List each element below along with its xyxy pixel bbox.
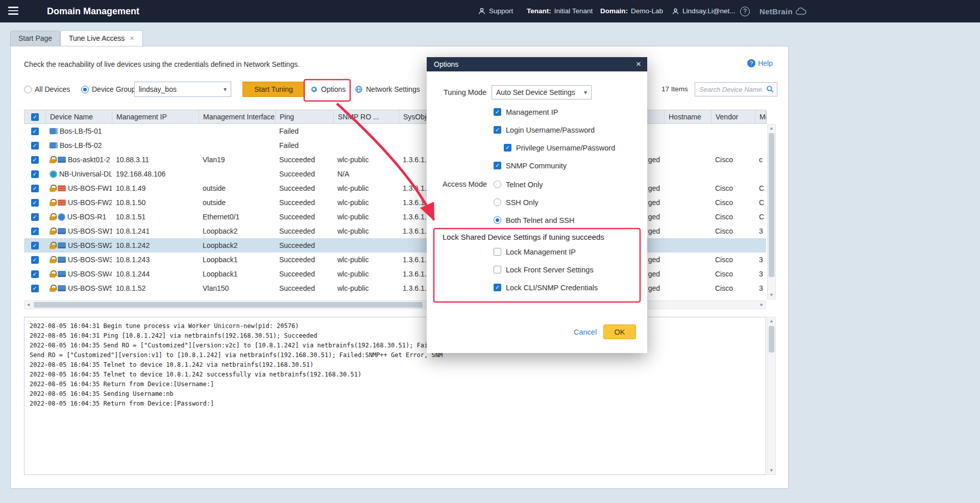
search-icon[interactable] bbox=[766, 85, 774, 93]
table-row[interactable]: ✓Bos-askt01-210.88.3.11Vlan19Succeededwl… bbox=[24, 153, 766, 167]
cancel-button[interactable]: Cancel bbox=[574, 328, 597, 336]
scroll-left-icon[interactable]: ◄ bbox=[24, 301, 32, 309]
table-row[interactable]: ✓US-BOS-R110.8.1.51Ethernet0/1Succeededw… bbox=[24, 210, 766, 224]
column-header[interactable]: Hostname bbox=[665, 110, 712, 123]
checkbox-checked[interactable]: ✓ bbox=[494, 162, 501, 169]
row-checkbox[interactable]: ✓ bbox=[31, 270, 39, 278]
table-row[interactable]: ✓Bos-LB-f5-02Failed bbox=[24, 138, 766, 153]
close-dialog-icon[interactable]: × bbox=[636, 57, 641, 71]
checkbox-option[interactable]: ✓Management IP bbox=[494, 103, 615, 121]
row-checkbox[interactable]: ✓ bbox=[31, 142, 39, 149]
device-name-cell: Bos-LB-f5-02 bbox=[45, 138, 112, 153]
all-devices-radio[interactable]: All Devices bbox=[24, 80, 70, 98]
scroll-down-icon[interactable]: ▼ bbox=[768, 291, 775, 299]
checkbox-option[interactable]: Lock Management IP bbox=[494, 243, 598, 261]
radio-option[interactable]: SSH Only bbox=[494, 193, 574, 211]
table-row[interactable]: ✓US-BOS-FW110.8.1.49outsideSucceededwlc-… bbox=[24, 181, 766, 195]
column-header[interactable]: Management IP bbox=[112, 110, 199, 123]
radio-unselected[interactable] bbox=[494, 181, 501, 188]
column-header[interactable]: Device Name bbox=[46, 110, 112, 123]
scroll-up-icon[interactable]: ▲ bbox=[768, 317, 775, 325]
select-all-checkbox[interactable]: ✓ bbox=[31, 113, 39, 121]
column-header[interactable]: Ping bbox=[276, 110, 334, 123]
radio-unselected[interactable] bbox=[24, 86, 32, 93]
scroll-right-icon[interactable]: ► bbox=[758, 301, 766, 309]
row-checkbox[interactable]: ✓ bbox=[31, 156, 39, 164]
table-row[interactable]: ✓US-BOS-SW110.8.1.241Loopback2Succeededw… bbox=[24, 224, 766, 238]
row-checkbox[interactable]: ✓ bbox=[31, 199, 39, 207]
radio-option[interactable]: Both Telnet and SSH bbox=[494, 211, 574, 229]
checkbox-checked[interactable]: ✓ bbox=[494, 284, 501, 291]
radio-unselected[interactable] bbox=[494, 198, 501, 206]
table-horizontal-scrollbar[interactable]: ◄ ► bbox=[24, 300, 766, 309]
log-line: 2022-08-05 16:04:35 Sending Username:nb bbox=[30, 389, 761, 399]
tuning-log[interactable]: 2022-08-05 16:04:31 Begin tune process v… bbox=[24, 317, 766, 475]
cell-hostname bbox=[664, 181, 711, 195]
device-groups-radio[interactable]: Device Groups bbox=[81, 80, 139, 98]
column-header[interactable]: Mod... bbox=[755, 110, 767, 123]
scroll-up-icon[interactable]: ▲ bbox=[768, 124, 775, 132]
row-checkbox[interactable]: ✓ bbox=[31, 242, 39, 249]
menu-icon[interactable] bbox=[8, 7, 19, 16]
column-header[interactable]: Vendor bbox=[712, 110, 755, 123]
checkbox-option[interactable]: ✓Lock CLI/SNMP Credentials bbox=[494, 279, 598, 296]
row-checkbox[interactable]: ✓ bbox=[31, 170, 39, 178]
row-checkbox[interactable]: ✓ bbox=[31, 285, 39, 292]
tab-start-page[interactable]: Start Page bbox=[10, 31, 60, 46]
cell-iface: Ethernet0/1 bbox=[199, 210, 275, 224]
device-search[interactable] bbox=[695, 82, 777, 96]
row-checkbox[interactable]: ✓ bbox=[31, 128, 39, 135]
table-row[interactable]: ✓NB-Universal-DL192.168.48.106SucceededN… bbox=[24, 167, 766, 181]
cell-ping: Succeeded bbox=[275, 224, 333, 238]
table-row[interactable]: ✓Bos-LB-f5-01Failed bbox=[24, 124, 766, 138]
cell-ping: Succeeded bbox=[275, 281, 333, 295]
header-help-icon[interactable]: ? bbox=[740, 7, 750, 16]
cell-hostname bbox=[664, 224, 711, 238]
ok-button[interactable]: OK bbox=[603, 324, 636, 339]
column-header[interactable]: SNMP RO ... bbox=[334, 110, 399, 123]
table-row[interactable]: ✓US-BOS-SW310.8.1.243Loopback1Succeededw… bbox=[24, 253, 766, 267]
cell-model bbox=[755, 167, 766, 181]
checkbox-option[interactable]: ✓Privilege Username/Password bbox=[494, 139, 615, 157]
table-row[interactable]: ✓US-BOS-SW410.8.1.244Loopback1Succeededw… bbox=[24, 267, 766, 281]
row-checkbox[interactable]: ✓ bbox=[31, 185, 39, 192]
search-input[interactable] bbox=[695, 83, 777, 96]
checkbox-option[interactable]: Lock Front Server Settings bbox=[494, 261, 598, 279]
start-tuning-button[interactable]: Start Tuning bbox=[242, 82, 305, 97]
log-vertical-scrollbar[interactable]: ▲ ▼ bbox=[767, 317, 776, 475]
row-checkbox[interactable]: ✓ bbox=[31, 213, 39, 221]
checkbox-checked[interactable]: ✓ bbox=[504, 144, 511, 152]
device-group-select[interactable]: lindsay_bos ▾ bbox=[134, 82, 231, 97]
scrollbar-thumb[interactable] bbox=[769, 326, 774, 353]
column-header[interactable]: Management Interface ... bbox=[199, 110, 276, 123]
checkbox-option[interactable]: ✓Login Username/Password bbox=[494, 121, 615, 139]
checkbox-unchecked[interactable] bbox=[494, 248, 501, 256]
checkbox-checked[interactable]: ✓ bbox=[494, 108, 501, 116]
dialog-titlebar[interactable]: Options × bbox=[427, 57, 647, 71]
checkbox-unchecked[interactable] bbox=[494, 266, 501, 273]
options-button[interactable]: Options bbox=[310, 83, 346, 96]
tab-tune-live-access[interactable]: Tune Live Access× bbox=[60, 30, 143, 46]
table-vertical-scrollbar[interactable]: ▲ ▼ bbox=[767, 124, 776, 299]
help-link[interactable]: ? Help bbox=[747, 59, 773, 67]
row-checkbox[interactable]: ✓ bbox=[31, 228, 39, 235]
cell-vendor: Cisco bbox=[711, 181, 755, 195]
checkbox-checked[interactable]: ✓ bbox=[494, 126, 501, 134]
scrollbar-thumb[interactable] bbox=[34, 302, 423, 308]
support-link[interactable]: Support bbox=[478, 0, 513, 22]
row-checkbox[interactable]: ✓ bbox=[31, 256, 39, 264]
scrollbar-thumb[interactable] bbox=[769, 133, 774, 277]
tuning-mode-select[interactable]: Auto Set Device Settings ▾ bbox=[492, 85, 592, 99]
cell-ip bbox=[112, 138, 199, 153]
user-menu[interactable]: Lindsay.Li@net... bbox=[672, 0, 736, 22]
radio-selected[interactable] bbox=[494, 216, 501, 224]
network-settings-button[interactable]: Network Settings bbox=[355, 83, 420, 96]
close-tab-icon[interactable]: × bbox=[130, 34, 134, 42]
table-row[interactable]: ✓US-BOS-FW210.8.1.50outsideSucceededwlc-… bbox=[24, 195, 766, 210]
table-row[interactable]: ✓US-BOS-SW510.8.1.52Vlan150Succeededwlc-… bbox=[24, 281, 766, 295]
table-row[interactable]: ✓US-BOS-SW210.8.1.242Loopback2Succeeded bbox=[24, 238, 766, 253]
scroll-down-icon[interactable]: ▼ bbox=[768, 467, 775, 474]
radio-option[interactable]: Telnet Only bbox=[494, 175, 574, 193]
radio-selected[interactable] bbox=[81, 86, 89, 93]
checkbox-option[interactable]: ✓SNMP Community bbox=[494, 157, 615, 174]
